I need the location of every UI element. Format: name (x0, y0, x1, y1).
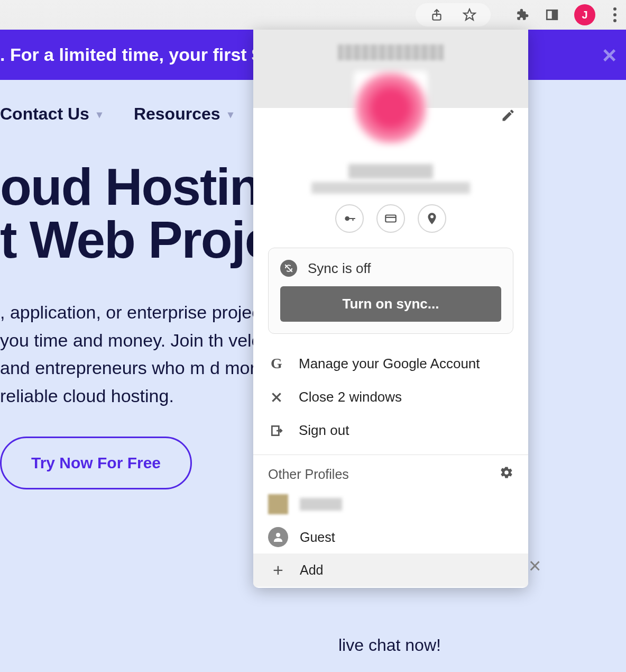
chat-snippet: live chat now! (338, 635, 441, 655)
sync-status-row: Sync is off (280, 260, 501, 277)
bookmark-star-icon[interactable] (462, 7, 477, 22)
profile-name-redacted (300, 498, 342, 511)
chat-close-icon[interactable]: × (529, 554, 541, 578)
email-redacted (311, 182, 470, 194)
popup-header (253, 30, 528, 108)
profile-avatar-large (354, 71, 428, 145)
popup-body: Sync is off Turn on sync... G Manage you… (253, 108, 528, 587)
addresses-icon[interactable] (418, 204, 446, 233)
guest-icon (268, 527, 288, 547)
plus-icon: + (268, 560, 288, 580)
cta-button[interactable]: Try Now For Free (0, 437, 192, 489)
share-icon[interactable] (429, 7, 444, 22)
edit-icon[interactable] (501, 108, 515, 125)
avatar-letter: J (582, 9, 587, 21)
guest-profile-item[interactable]: Guest (253, 521, 528, 553)
payment-icon[interactable] (376, 204, 405, 233)
profile-avatar-button[interactable]: J (574, 4, 595, 25)
sign-out-item[interactable]: Sign out (253, 414, 528, 447)
account-menu: G Manage your Google Account Close 2 win… (253, 343, 528, 455)
svg-point-4 (345, 216, 349, 221)
account-name-redacted (338, 44, 444, 60)
address-bar-actions (416, 3, 491, 26)
close-windows-item[interactable]: Close 2 windows (253, 380, 528, 414)
manage-account-item[interactable]: G Manage your Google Account (253, 347, 528, 380)
extensions-icon[interactable] (515, 7, 530, 22)
display-name-redacted (348, 164, 433, 179)
sync-card: Sync is off Turn on sync... (268, 248, 513, 334)
turn-on-sync-button[interactable]: Turn on sync... (280, 286, 501, 322)
panel-icon[interactable] (545, 7, 559, 22)
profile-thumb-redacted (268, 494, 288, 514)
nav-resources[interactable]: Resources ▾ (134, 104, 233, 124)
gear-icon[interactable] (500, 466, 513, 483)
sync-off-icon (280, 260, 297, 277)
sign-out-icon (268, 424, 285, 438)
svg-line-7 (285, 265, 292, 272)
svg-marker-1 (464, 9, 475, 20)
chevron-down-icon: ▾ (97, 108, 102, 121)
svg-rect-5 (385, 215, 396, 222)
kebab-menu-icon[interactable] (610, 7, 620, 22)
browser-toolbar: J (0, 0, 626, 30)
other-profiles-header: Other Profiles (253, 455, 528, 488)
svg-rect-3 (553, 10, 557, 19)
close-icon (268, 391, 285, 404)
nav-contact[interactable]: Contact Us ▾ (0, 104, 102, 124)
other-profile-item[interactable] (253, 488, 528, 521)
google-logo-icon: G (268, 355, 285, 372)
svg-point-11 (276, 533, 280, 537)
passwords-icon[interactable] (335, 204, 364, 233)
chevron-down-icon: ▾ (228, 108, 233, 121)
banner-close-icon[interactable]: × (602, 43, 616, 67)
quick-actions (253, 204, 528, 233)
sync-status-text: Sync is off (308, 260, 371, 277)
add-profile-item[interactable]: + Add (253, 553, 528, 587)
profile-popup: Sync is off Turn on sync... G Manage you… (253, 30, 528, 588)
